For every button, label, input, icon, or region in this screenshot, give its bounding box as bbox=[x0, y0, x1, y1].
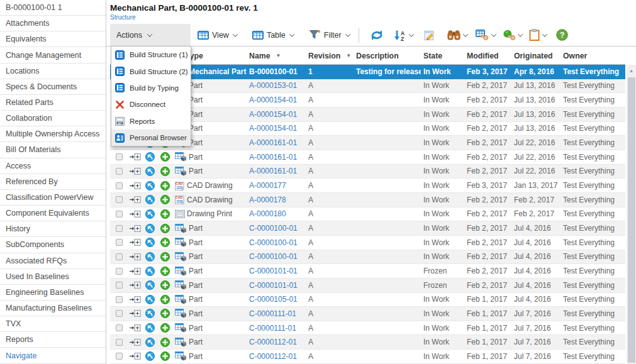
column-header-state[interactable]: State bbox=[421, 52, 464, 60]
item-name-link[interactable]: B-0000100-01 bbox=[249, 67, 298, 76]
navigate-icon[interactable] bbox=[145, 195, 155, 204]
row-checkbox[interactable] bbox=[116, 182, 123, 189]
expand-structure-icon[interactable] bbox=[130, 282, 141, 289]
row-checkbox[interactable] bbox=[116, 324, 123, 331]
sidebar-item-subcomponents[interactable]: SubComponents bbox=[0, 237, 106, 253]
navigate-icon[interactable] bbox=[145, 238, 155, 247]
sidebar-item-b-0000100-01-1[interactable]: B-0000100-01 1 bbox=[0, 0, 106, 16]
item-name-link[interactable]: A-0000161-01 bbox=[249, 138, 297, 147]
row-checkbox[interactable] bbox=[116, 268, 123, 275]
table-button[interactable]: Table bbox=[252, 31, 294, 40]
navigate-icon[interactable] bbox=[145, 224, 155, 233]
sidebar-item-access[interactable]: Access bbox=[0, 158, 106, 174]
navigate-icon[interactable] bbox=[145, 338, 155, 347]
item-name-link[interactable]: C-0000100-01 bbox=[249, 238, 298, 247]
navigate-icon[interactable] bbox=[145, 280, 155, 290]
sidebar-item-change-management[interactable]: Change Management bbox=[0, 47, 106, 63]
row-checkbox[interactable] bbox=[116, 239, 123, 246]
row-checkbox[interactable] bbox=[116, 339, 123, 346]
expand-structure-icon[interactable] bbox=[130, 239, 141, 246]
edit-button[interactable] bbox=[424, 29, 437, 41]
sidebar-item-tvx[interactable]: TVX bbox=[0, 316, 106, 332]
add-icon[interactable] bbox=[160, 351, 170, 361]
column-header-modified[interactable]: Modified bbox=[464, 52, 511, 60]
item-name-link[interactable]: A-0000154-01 bbox=[249, 110, 297, 119]
item-name-link[interactable]: A-0000161-01 bbox=[249, 153, 297, 162]
expand-structure-icon[interactable] bbox=[130, 225, 141, 232]
row-checkbox[interactable] bbox=[116, 282, 123, 289]
sidebar-item-history[interactable]: History bbox=[0, 221, 106, 237]
add-icon[interactable] bbox=[160, 152, 170, 162]
column-header-revision[interactable]: Revision ▼ bbox=[306, 52, 354, 60]
navigate-icon[interactable] bbox=[145, 167, 155, 176]
expand-structure-icon[interactable] bbox=[130, 153, 141, 160]
item-name-link[interactable]: C-0000101-01 bbox=[249, 281, 298, 290]
table-row[interactable]: PartA-0000161-01AIn WorkFeb 2, 2017Jul 2… bbox=[110, 150, 625, 165]
item-name-link[interactable]: C-0000100-01 bbox=[249, 224, 298, 233]
menu-item-build-structure-1-[interactable]: Build Structure (1) bbox=[111, 47, 191, 63]
expand-structure-icon[interactable] bbox=[130, 182, 141, 189]
sidebar-item-component-equivalents[interactable]: Component Equivalents bbox=[0, 206, 106, 221]
expand-structure-icon[interactable] bbox=[130, 324, 141, 331]
table-row[interactable]: PartC-0000101-01AFrozenFeb 2, 2017Jul 4,… bbox=[110, 264, 625, 279]
item-name-link[interactable]: A-0000154-01 bbox=[249, 96, 297, 104]
table-row[interactable]: PartC-0000112-01AIn WorkFeb 1, 2017Jul 7… bbox=[110, 350, 625, 364]
table-row[interactable]: CADCAD DrawingA-0000178AIn WorkFeb 2, 20… bbox=[110, 193, 625, 207]
navigate-icon[interactable] bbox=[145, 152, 155, 162]
expand-structure-icon[interactable] bbox=[130, 253, 141, 260]
add-icon[interactable] bbox=[160, 167, 170, 176]
sidebar-item-attachments[interactable]: Attachments bbox=[0, 16, 106, 31]
sidebar-item-related-parts[interactable]: Related Parts bbox=[0, 95, 106, 111]
sidebar-item-locations[interactable]: Locations bbox=[0, 63, 106, 79]
add-icon[interactable] bbox=[160, 209, 170, 219]
sidebar-item-specs-documents[interactable]: Specs & Documents bbox=[0, 79, 106, 95]
column-header-owner[interactable]: Owner bbox=[561, 52, 625, 60]
item-name-link[interactable]: C-0000111-01 bbox=[249, 324, 296, 333]
item-name-link[interactable]: C-0000101-01 bbox=[249, 267, 298, 275]
row-checkbox[interactable] bbox=[116, 153, 123, 160]
row-checkbox[interactable] bbox=[116, 196, 123, 203]
expand-structure-icon[interactable] bbox=[130, 268, 141, 275]
add-icon[interactable] bbox=[160, 267, 170, 276]
item-name-link[interactable]: C-0000112-01 bbox=[249, 338, 297, 346]
sidebar-item-associated-rfqs[interactable]: Associated RFQs bbox=[0, 253, 106, 269]
sort-az-button[interactable]: AZ bbox=[394, 30, 413, 41]
item-name-link[interactable]: A-0000177 bbox=[249, 181, 286, 190]
sidebar-item-used-in-baselines[interactable]: Used In Baselines bbox=[0, 269, 106, 285]
add-icon[interactable] bbox=[160, 280, 170, 290]
item-name-link[interactable]: A-0000153-01 bbox=[249, 81, 297, 90]
column-header-name[interactable]: Name ▼ bbox=[247, 52, 306, 60]
menu-item-reports[interactable]: Reports bbox=[111, 113, 191, 130]
add-icon[interactable] bbox=[160, 338, 170, 347]
item-name-link[interactable]: C-0000111-01 bbox=[249, 309, 296, 318]
expand-structure-icon[interactable] bbox=[130, 211, 141, 218]
view-button[interactable]: View bbox=[198, 31, 237, 40]
column-header-originated[interactable]: Originated bbox=[511, 52, 561, 60]
sidebar-item-reports[interactable]: Reports bbox=[0, 332, 106, 348]
sidebar-item-manufacturing-baselines[interactable]: Manufacturing Baselines bbox=[0, 301, 106, 316]
sidebar-item-bill-of-materials[interactable]: Bill Of Materials bbox=[0, 142, 106, 158]
table-row[interactable]: CADCAD DrawingA-0000177AIn WorkFeb 3, 20… bbox=[110, 179, 625, 193]
item-name-link[interactable]: A-0000161-01 bbox=[249, 167, 297, 175]
filter-button[interactable]: Filter bbox=[309, 30, 350, 40]
item-name-link[interactable]: C-0000112-01 bbox=[249, 352, 297, 361]
menu-item-disconnect[interactable]: Disconnect bbox=[111, 96, 191, 113]
row-checkbox[interactable] bbox=[116, 225, 123, 232]
item-name-link[interactable]: A-0000180 bbox=[249, 209, 286, 218]
item-name-link[interactable]: A-0000154-01 bbox=[249, 124, 297, 133]
menu-item-personal-browser[interactable]: Personal Browser bbox=[111, 130, 191, 146]
table-row[interactable]: PartC-0000100-01AIn WorkFeb 2, 2017Jul 4… bbox=[110, 221, 625, 236]
expand-structure-icon[interactable] bbox=[130, 168, 141, 175]
help-button[interactable]: ? bbox=[556, 29, 568, 41]
add-icon[interactable] bbox=[160, 252, 170, 262]
item-name-link[interactable]: C-0000105-01 bbox=[249, 295, 298, 304]
table-row[interactable]: PartC-0000105-01AIn WorkFeb 1, 2017Jul 4… bbox=[110, 293, 625, 307]
table-row[interactable]: Drawing PrintA-0000180AIn WorkFeb 2, 201… bbox=[110, 207, 625, 222]
column-header-description[interactable]: Description bbox=[354, 52, 421, 60]
actions-menu-button[interactable]: Actions bbox=[110, 24, 191, 46]
add-icon[interactable] bbox=[160, 224, 170, 233]
navigate-icon[interactable] bbox=[145, 267, 155, 276]
expand-structure-icon[interactable] bbox=[130, 196, 141, 203]
row-checkbox[interactable] bbox=[116, 310, 123, 317]
expand-structure-icon[interactable] bbox=[130, 353, 141, 360]
